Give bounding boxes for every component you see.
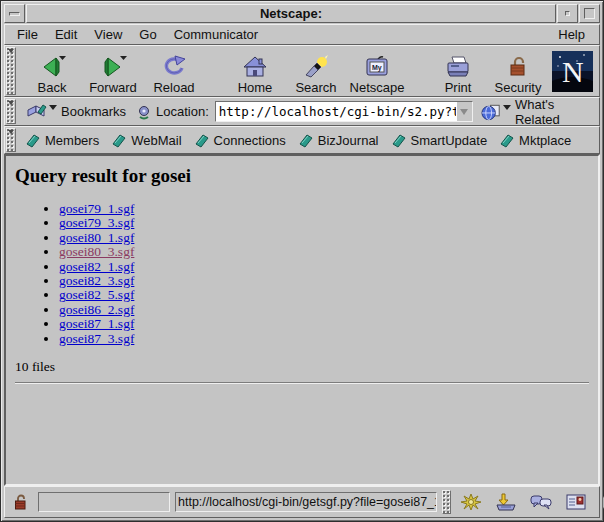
list-item: gosei86_2.sgf: [59, 303, 598, 317]
location-toolbar-collapse-handle[interactable]: [6, 99, 16, 124]
bookmarks-caret-icon: [49, 105, 57, 110]
personal-bookmark-mktplace[interactable]: Mktplace: [500, 133, 571, 148]
mailbox-component-button[interactable]: [493, 491, 519, 513]
menu-go[interactable]: Go: [139, 27, 156, 42]
forward-button[interactable]: Forward: [82, 49, 144, 94]
personal-bookmark-webmail[interactable]: WebMail: [112, 133, 181, 148]
bookmark-ribbon-icon: [299, 133, 314, 148]
ship-wheel-icon: [460, 493, 482, 511]
menu-help[interactable]: Help: [558, 27, 585, 42]
bookmark-ribbon-icon: [195, 133, 210, 148]
file-link[interactable]: gosei79_3.sgf: [59, 215, 134, 230]
menu-communicator[interactable]: Communicator: [174, 27, 259, 42]
location-icon: [136, 104, 152, 120]
address-card-icon: [565, 493, 587, 511]
list-item: gosei87_3.sgf: [59, 332, 598, 346]
location-proxy[interactable]: Location:: [136, 104, 215, 120]
bookmark-ribbon-icon: [112, 133, 127, 148]
menu-view[interactable]: View: [94, 27, 122, 42]
toolbar-collapse-handle[interactable]: [6, 47, 16, 95]
netscape-window: Netscape: File Edit View Go Communicator…: [0, 0, 604, 522]
status-bar: http://localhost/cgi-bin/getsgf.py?file=…: [4, 486, 600, 518]
printer-icon: [445, 53, 471, 79]
security-button[interactable]: Security: [487, 49, 549, 94]
file-link[interactable]: gosei86_2.sgf: [59, 302, 134, 317]
personal-toolbar-collapse-handle[interactable]: [6, 128, 16, 152]
inbox-icon: [495, 493, 517, 511]
personal-bookmark-connections[interactable]: Connections: [195, 133, 286, 148]
file-link-list: gosei79_1.sgf gosei79_3.sgf gosei80_1.sg…: [59, 202, 598, 346]
status-message-area: http://localhost/cgi-bin/getsgf.py?file=…: [175, 492, 437, 512]
menu-edit[interactable]: Edit: [55, 27, 77, 42]
file-link[interactable]: gosei82_3.sgf: [59, 273, 134, 288]
browser-content: Query result for gosei gosei79_1.sgf gos…: [4, 154, 600, 486]
bookmark-ribbon-icon: [392, 133, 407, 148]
forward-arrow-icon: [100, 53, 127, 79]
whats-related-button[interactable]: What's Related: [481, 97, 599, 127]
security-status-button[interactable]: [9, 491, 33, 513]
file-link[interactable]: gosei82_1.sgf: [59, 259, 134, 274]
url-input[interactable]: [216, 102, 457, 121]
personal-bookmark-members[interactable]: Members: [26, 133, 99, 148]
address-book-component-button[interactable]: [563, 491, 589, 513]
status-url-text: http://localhost/cgi-bin/getsgf.py?file=…: [178, 495, 437, 509]
reload-icon: [162, 53, 186, 79]
file-count-text: 10 files: [15, 359, 598, 375]
list-item: gosei80_3.sgf: [59, 245, 598, 259]
personal-bookmark-bizjournal[interactable]: BizJournal: [299, 133, 379, 148]
component-bar: [458, 491, 604, 513]
whats-related-label: What's Related: [515, 97, 599, 127]
svg-text:N: N: [562, 55, 584, 88]
minimize-icon: [565, 11, 570, 16]
list-item: gosei82_5.sgf: [59, 288, 598, 302]
window-menu-button[interactable]: [4, 4, 25, 23]
list-item: gosei82_3.sgf: [59, 274, 598, 288]
dropdown-arrow-icon: [460, 109, 468, 115]
file-link[interactable]: gosei87_3.sgf: [59, 331, 134, 346]
list-item: gosei82_1.sgf: [59, 260, 598, 274]
padlock-icon: [506, 53, 530, 79]
navigation-toolbar: Back Forward Reload: [4, 45, 600, 97]
home-icon: [242, 53, 268, 79]
window-title: Netscape:: [26, 4, 556, 23]
maximize-icon: [584, 8, 595, 19]
file-link[interactable]: gosei87_1.sgf: [59, 316, 134, 331]
window-maximize-button[interactable]: [579, 4, 600, 23]
personal-bookmark-smartupdate[interactable]: SmartUpdate: [392, 133, 488, 148]
location-label: Location:: [156, 104, 209, 119]
bookmarks-label: Bookmarks: [61, 104, 126, 119]
netscape-n-logo[interactable]: N: [550, 49, 595, 94]
list-item: gosei87_1.sgf: [59, 317, 598, 331]
bookmarks-menu[interactable]: Bookmarks: [26, 103, 126, 120]
quill-pen-icon: [600, 493, 604, 511]
netscape-button[interactable]: My Netscape: [346, 49, 408, 94]
url-history-dropdown[interactable]: [457, 102, 472, 121]
speech-bubbles-icon: [530, 493, 552, 511]
composer-component-button[interactable]: [598, 491, 604, 513]
home-button[interactable]: Home: [224, 49, 286, 94]
file-link[interactable]: gosei79_1.sgf: [59, 201, 134, 216]
component-bar-handle[interactable]: [442, 490, 451, 514]
search-button[interactable]: Search: [285, 49, 347, 94]
personal-toolbar: Members WebMail Connections BizJournal S…: [4, 126, 600, 154]
window-minimize-button[interactable]: [557, 4, 578, 23]
url-field-frame: [215, 101, 473, 122]
back-button[interactable]: Back: [21, 49, 83, 94]
discussions-component-button[interactable]: [528, 491, 554, 513]
location-toolbar: Bookmarks Location: What's Related: [4, 97, 600, 126]
open-padlock-icon: [13, 493, 29, 511]
svg-text:My: My: [372, 64, 382, 72]
file-link[interactable]: gosei80_1.sgf: [59, 230, 134, 245]
horizontal-rule: [15, 382, 589, 384]
file-link[interactable]: gosei80_3.sgf: [59, 244, 134, 259]
list-item: gosei79_3.sgf: [59, 216, 598, 230]
menu-file[interactable]: File: [17, 27, 38, 42]
navigator-component-button[interactable]: [458, 491, 484, 513]
print-button[interactable]: Print: [427, 49, 489, 94]
reload-button[interactable]: Reload: [143, 49, 205, 94]
bookmark-ribbon-icon: [500, 133, 515, 148]
file-link[interactable]: gosei82_5.sgf: [59, 287, 134, 302]
back-arrow-icon: [39, 53, 66, 79]
whats-related-caret-icon: [503, 105, 511, 110]
whats-related-globe-icon: [481, 103, 502, 121]
